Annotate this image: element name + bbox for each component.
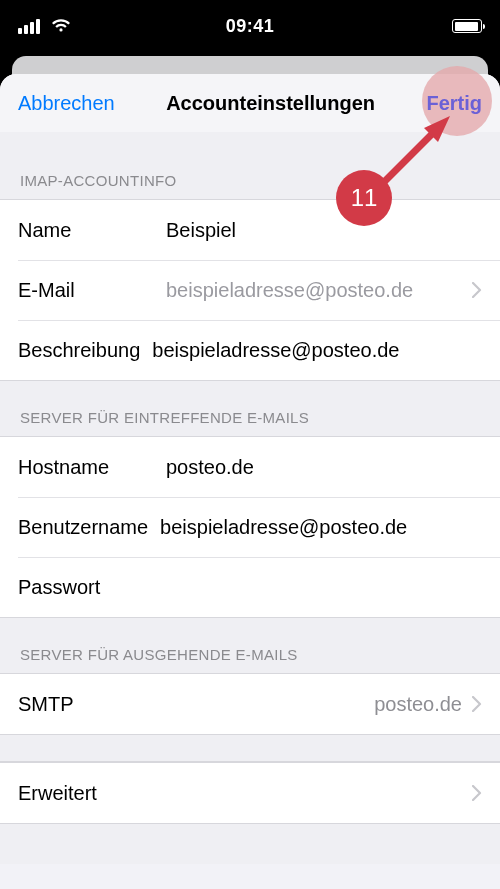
section-header-incoming: SERVER FÜR EINTREFFENDE E-MAILS xyxy=(0,381,500,436)
nav-bar: Abbrechen Accounteinstellungen Fertig xyxy=(0,74,500,132)
section-header-imap: IMAP-ACCOUNTINFO xyxy=(0,132,500,199)
input-description[interactable] xyxy=(152,339,482,362)
row-name[interactable]: Name xyxy=(0,200,500,260)
label-password: Passwort xyxy=(18,576,166,599)
scroll-content[interactable]: IMAP-ACCOUNTINFO Name E-Mail beispieladr… xyxy=(0,132,500,889)
input-hostname[interactable] xyxy=(166,456,482,479)
label-smtp: SMTP xyxy=(18,693,166,716)
label-name: Name xyxy=(18,219,166,242)
input-password[interactable] xyxy=(166,576,482,599)
label-advanced: Erweitert xyxy=(18,782,472,805)
bottom-spacer xyxy=(0,824,500,864)
value-smtp: posteo.de xyxy=(166,693,472,716)
group-incoming: Hostname Benutzername Passwort xyxy=(0,436,500,618)
label-hostname: Hostname xyxy=(18,456,166,479)
status-left xyxy=(18,19,71,34)
chevron-right-icon xyxy=(472,282,482,298)
row-hostname[interactable]: Hostname xyxy=(0,437,500,497)
status-bar: 09:41 xyxy=(0,0,500,52)
input-username[interactable] xyxy=(160,516,482,539)
wifi-icon xyxy=(51,19,71,33)
battery-icon xyxy=(452,19,482,33)
status-time: 09:41 xyxy=(226,16,275,37)
row-advanced[interactable]: Erweitert xyxy=(0,763,500,823)
label-email: E-Mail xyxy=(18,279,166,302)
done-button[interactable]: Fertig xyxy=(426,92,482,115)
group-separator xyxy=(0,734,500,762)
group-outgoing: SMTP posteo.de xyxy=(0,673,500,735)
chevron-right-icon xyxy=(472,785,482,801)
row-smtp[interactable]: SMTP posteo.de xyxy=(0,674,500,734)
row-password[interactable]: Passwort xyxy=(0,557,500,617)
row-email[interactable]: E-Mail beispieladresse@posteo.de xyxy=(0,260,500,320)
status-right xyxy=(452,19,482,33)
input-name[interactable] xyxy=(166,219,482,242)
nav-title: Accounteinstellungen xyxy=(166,92,375,115)
section-header-outgoing: SERVER FÜR AUSGEHENDE E-MAILS xyxy=(0,618,500,673)
cancel-button[interactable]: Abbrechen xyxy=(18,92,115,115)
row-description[interactable]: Beschreibung xyxy=(0,320,500,380)
value-email: beispieladresse@posteo.de xyxy=(166,279,472,302)
settings-sheet: Abbrechen Accounteinstellungen Fertig IM… xyxy=(0,74,500,889)
chevron-right-icon xyxy=(472,696,482,712)
label-description: Beschreibung xyxy=(18,339,140,362)
row-username[interactable]: Benutzername xyxy=(0,497,500,557)
cellular-signal-icon xyxy=(18,19,40,34)
label-username: Benutzername xyxy=(18,516,148,539)
group-advanced: Erweitert xyxy=(0,762,500,824)
group-imap: Name E-Mail beispieladresse@posteo.de Be… xyxy=(0,199,500,381)
